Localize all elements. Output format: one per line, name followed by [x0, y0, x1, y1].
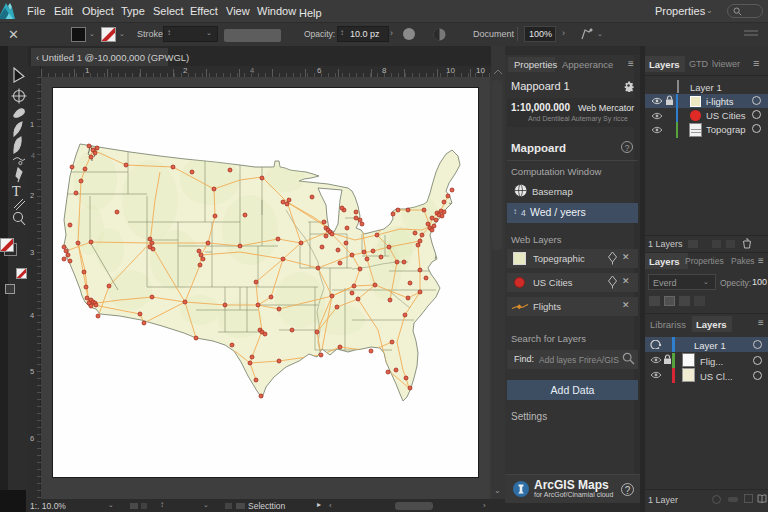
svg-text:T: T [12, 184, 21, 199]
